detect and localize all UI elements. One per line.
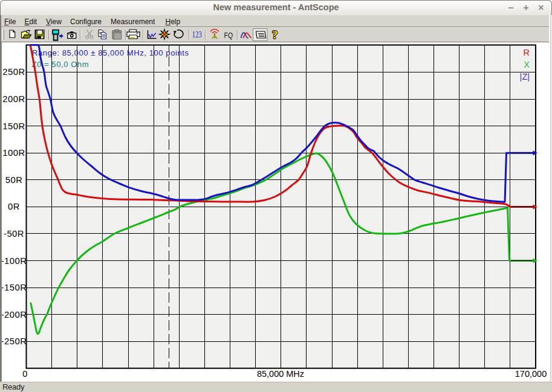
svg-text:123: 123	[192, 30, 202, 39]
svg-text:|Z|: |Z|	[520, 72, 530, 82]
svg-text:-150R: -150R	[2, 283, 27, 292]
svg-text:Range: 85,000 ± 85,000 MHz, 10: Range: 85,000 ± 85,000 MHz, 100 points	[32, 48, 189, 57]
svg-text:170,000: 170,000	[515, 369, 547, 379]
svg-text:0: 0	[22, 369, 27, 379]
svg-text:50R: 50R	[5, 175, 23, 185]
svg-text:-200R: -200R	[2, 310, 27, 320]
svg-text:200R: 200R	[2, 94, 25, 104]
svg-text:150R: 150R	[2, 121, 25, 131]
svg-text:FQ: FQ	[224, 31, 233, 40]
svg-text:R: R	[524, 48, 530, 57]
svg-text:100R: 100R	[2, 148, 25, 158]
svg-text:-100R: -100R	[2, 256, 27, 266]
svg-text:250R: 250R	[2, 67, 25, 77]
svg-text:-50R: -50R	[4, 229, 24, 239]
svg-text:Z0 = 50,0 Ohm: Z0 = 50,0 Ohm	[32, 60, 89, 69]
svg-text:X: X	[524, 60, 530, 69]
svg-text:0R: 0R	[8, 202, 20, 211]
svg-text:85,000 MHz: 85,000 MHz	[257, 369, 304, 379]
svg-text:-250R: -250R	[2, 336, 27, 346]
svg-text:?: ?	[272, 28, 278, 41]
